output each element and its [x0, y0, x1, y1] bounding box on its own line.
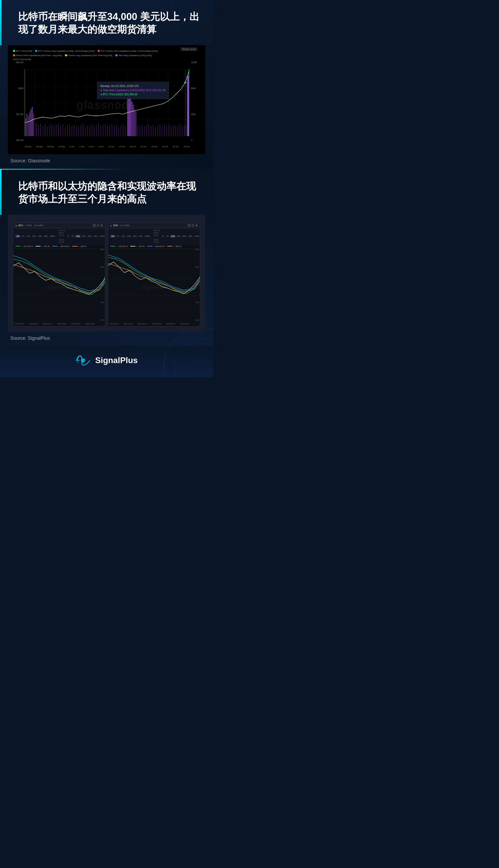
svg-point-110	[164, 328, 213, 377]
glassnode-chart-container: BTC: Price [USD] BTC: Futures Long Liqui…	[8, 45, 205, 154]
svg-rect-99	[171, 126, 171, 136]
svg-rect-97	[166, 125, 167, 136]
btc-iv-rv-chart: ● BTC / ETH IV vs RV 1M 7D 14D	[13, 223, 105, 326]
chart-legend-2: Futures Short Liquidations [USD Total - …	[10, 52, 203, 58]
svg-rect-54	[76, 126, 77, 136]
svg-rect-62	[78, 126, 79, 136]
svg-rect-82	[123, 124, 124, 136]
svg-rect-113	[93, 224, 95, 226]
svg-rect-65	[85, 126, 86, 136]
svg-rect-94	[160, 124, 160, 136]
svg-rect-100	[173, 125, 174, 136]
svg-rect-107	[187, 76, 189, 136]
svg-rect-87	[144, 126, 145, 136]
svg-rect-46	[58, 123, 59, 136]
svg-rect-67	[89, 126, 90, 136]
svg-rect-105	[184, 125, 185, 136]
eth-chart-legend: — 14D ATM IV — 14D RV — 30D ATM IV — 30D…	[108, 244, 200, 249]
svg-rect-88	[146, 125, 147, 136]
svg-rect-61	[135, 111, 136, 136]
svg-rect-86	[142, 124, 143, 136]
svg-rect-43	[51, 124, 52, 136]
btc-chart-legend: — 14D ATM IV — 14D RV — 30D ATM IV — 30D…	[13, 244, 105, 249]
svg-rect-48	[63, 124, 63, 136]
chart-xaxis: 24 Sep 26 Sep 28 Sep 30 Sep 2 Oct 4 Oct …	[25, 144, 190, 149]
yaxis-right: 120M 80M 40M 0	[190, 61, 200, 141]
svg-rect-33	[31, 109, 31, 136]
svg-rect-75	[107, 126, 108, 136]
btc-chart-subheader: 1M 7D 14D 30D 60D 90D 180D UTC+8 2023-04…	[13, 229, 105, 244]
svg-rect-71	[98, 124, 99, 136]
svg-rect-49	[65, 127, 65, 136]
svg-rect-101	[175, 126, 176, 136]
svg-point-135	[81, 358, 85, 363]
svg-point-112	[184, 349, 213, 377]
svg-rect-102	[178, 125, 178, 136]
svg-rect-34	[32, 107, 33, 136]
eth-chart-subheader: 1M 7D 14D 30D 60D 90D 180D UTC+8 2023-04…	[108, 229, 200, 244]
svg-rect-103	[180, 124, 180, 136]
eth-xaxis: 2023-05-23 2023-06-18 2023-07-14 2023-08…	[108, 322, 191, 326]
svg-rect-106	[186, 125, 187, 136]
svg-rect-93	[158, 125, 158, 136]
svg-rect-50	[67, 125, 68, 136]
svg-rect-30	[26, 114, 27, 136]
svg-point-115	[97, 224, 99, 226]
svg-rect-58	[131, 101, 132, 136]
eth-yaxis: 60% 50% 40% 30% 20%	[191, 249, 200, 321]
svg-rect-36	[36, 123, 37, 136]
signalplus-logo-icon	[75, 354, 91, 367]
section2-title: 比特币和以太坊的隐含和实现波动率在现货市场上升至三个月来的高点	[13, 180, 200, 206]
svg-point-111	[174, 338, 213, 377]
svg-rect-55	[127, 96, 129, 136]
svg-rect-38	[40, 124, 41, 136]
svg-rect-104	[182, 126, 183, 136]
title-border-decoration-2	[0, 169, 2, 215]
svg-point-126	[192, 224, 194, 226]
svg-rect-37	[38, 125, 39, 136]
svg-rect-47	[60, 126, 61, 136]
tooltip-price: BTC: Price [USD]: $32,960.90	[103, 93, 137, 96]
svg-rect-70	[96, 125, 97, 136]
svg-rect-95	[162, 126, 163, 136]
btc-chart-body: SignalPlus 60% 50% 40% 30% 20% 2023-05-2…	[13, 249, 105, 326]
svg-rect-84	[137, 125, 138, 136]
tooltip-liquidations: Total Daily Liquidations [USD] [USD]: $1…	[103, 89, 166, 92]
svg-rect-32	[29, 112, 30, 136]
btc-chart-header: ● BTC / ETH IV vs RV	[13, 223, 105, 229]
svg-rect-85	[139, 126, 141, 136]
svg-rect-51	[69, 124, 70, 136]
svg-rect-29	[25, 118, 26, 136]
svg-rect-91	[153, 125, 154, 136]
svg-rect-57	[130, 98, 131, 136]
svg-rect-81	[121, 125, 121, 136]
svg-rect-76	[109, 125, 110, 136]
svg-rect-53	[74, 124, 75, 136]
chart-tooltip: Monday, Oct 23 2023, 23:00 UTC ● Total D…	[97, 82, 169, 99]
svg-rect-77	[112, 124, 112, 136]
section1-source: Source: Glassnode	[0, 154, 213, 169]
eth-chart-header: ● ETH IV vs RV	[108, 223, 200, 229]
svg-rect-66	[87, 125, 88, 136]
signalplus-charts-container: ● BTC / ETH IV vs RV 1M 7D 14D	[8, 215, 205, 332]
svg-rect-64	[83, 124, 83, 136]
chart-svg	[25, 61, 190, 144]
section1-title: 比特币在瞬间飙升至34,000 美元以上，出现了数月来最大的做空期货清算	[13, 10, 200, 36]
svg-rect-73	[103, 125, 104, 136]
svg-rect-78	[114, 126, 114, 136]
svg-rect-69	[94, 126, 95, 136]
svg-rect-59	[133, 105, 134, 136]
tooltip-date: Monday, Oct 23 2023, 23:00 UTC	[100, 84, 166, 88]
svg-rect-83	[125, 126, 126, 136]
svg-rect-92	[155, 126, 156, 136]
svg-rect-44	[54, 126, 54, 136]
svg-rect-40	[45, 124, 46, 136]
yaxis-left: $32.4k $30k $27.6k $25.2k	[13, 61, 25, 141]
eth-iv-rv-chart: ● ETH IV vs RV 1M 7D 14D 30D	[108, 223, 200, 326]
svg-rect-63	[81, 125, 81, 136]
reset-zoom-button[interactable]: Reset zoom	[181, 47, 197, 51]
svg-rect-80	[118, 126, 119, 136]
svg-rect-35	[33, 114, 34, 136]
logo-text: SignalPlus	[95, 355, 138, 365]
svg-rect-96	[164, 125, 165, 136]
